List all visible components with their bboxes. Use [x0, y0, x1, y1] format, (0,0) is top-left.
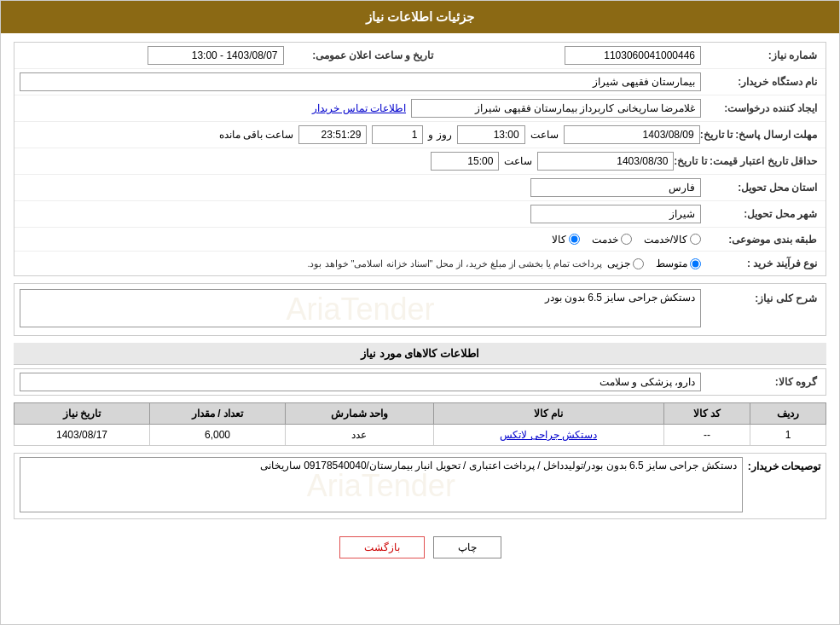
- remaining-label: ساعت باقی مانده: [219, 129, 294, 141]
- city-value-cell: [20, 205, 701, 223]
- creator-label: ایجاد کننده درخواست:: [701, 102, 820, 114]
- row-process: نوع فرآیند خرید : متوسط جزیی پرداخت تمام…: [14, 252, 826, 275]
- province-label: استان محل تحویل:: [701, 182, 820, 194]
- page-wrapper: جزئیات اطلاعات نیاز شماره نیاز: تاریخ و …: [0, 0, 840, 625]
- process-radio-group: متوسط جزیی: [607, 258, 701, 269]
- table-header: ردیف کد کالا نام کالا واحد شمارش تعداد /…: [14, 403, 826, 425]
- buyer-notes-label: توصیحات خریدار:: [748, 457, 820, 472]
- buyer-name-label: نام دستگاه خریدار:: [701, 76, 820, 88]
- goods-table: ردیف کد کالا نام کالا واحد شمارش تعداد /…: [14, 402, 826, 446]
- category-kala-option[interactable]: کالا: [552, 234, 580, 246]
- reply-time-input[interactable]: [457, 125, 525, 144]
- price-date-input[interactable]: [537, 152, 674, 171]
- process-motavaset-radio[interactable]: [690, 258, 701, 269]
- need-number-input[interactable]: [565, 46, 701, 65]
- reply-remaining-input[interactable]: [298, 125, 367, 144]
- days-label: روز و: [428, 129, 451, 141]
- print-button[interactable]: چاپ: [433, 536, 501, 558]
- table-row: 1 -- دستکش جراحی لاتکس عدد 6,000 1403/08…: [14, 425, 826, 446]
- reply-deadline-label: مهلت ارسال پاسخ: تا تاریخ:: [700, 129, 820, 141]
- overview-label: شرح کلی نیاز:: [701, 289, 820, 304]
- time-label-reply: ساعت: [530, 129, 559, 141]
- row-category: طبقه بندی موضوعی: کالا/خدمت خدمت کالا: [14, 228, 826, 252]
- buyer-notes-section: توصیحات خریدار: AriaTender دستکش جراحی س…: [14, 453, 826, 519]
- table-body: 1 -- دستکش جراحی لاتکس عدد 6,000 1403/08…: [14, 425, 826, 446]
- goods-group-row: گروه کالا:: [14, 369, 826, 395]
- page-header: جزئیات اطلاعات نیاز: [1, 1, 839, 33]
- buyer-notes-row: توصیحات خریدار: AriaTender دستکش جراحی س…: [14, 454, 826, 518]
- cell-need-date: 1403/08/17: [14, 425, 150, 446]
- reply-deadline-value-cell: ساعت روز و ساعت باقی مانده: [20, 125, 700, 144]
- goods-section-title: اطلاعات کالاهای مورد نیاز: [14, 343, 826, 365]
- goods-group-value-cell: [20, 373, 701, 391]
- need-number-label: شماره نیاز:: [701, 49, 820, 61]
- announce-date-input[interactable]: [148, 46, 284, 65]
- reply-date-input[interactable]: [564, 125, 700, 144]
- announce-date-value-cell: [20, 46, 284, 65]
- process-jazee-option[interactable]: جزیی: [607, 258, 644, 269]
- goods-table-section: ردیف کد کالا نام کالا واحد شمارش تعداد /…: [14, 402, 826, 446]
- row-province: استان محل تحویل:: [14, 175, 826, 201]
- price-time-input[interactable]: [431, 152, 499, 171]
- overview-value-wrapper: AriaTender دستکش جراحی سایز 6.5 بدون بود…: [20, 289, 701, 330]
- row-city: شهر محل تحویل:: [14, 201, 826, 228]
- col-quantity: تعداد / مقدار: [150, 403, 286, 425]
- creator-value-cell: اطلاعات تماس خریدار: [20, 99, 701, 118]
- goods-group-input[interactable]: [20, 373, 701, 391]
- process-motavaset-label: متوسط: [656, 258, 687, 269]
- buyer-notes-textarea[interactable]: دستکش جراحی سایز 6.5 بدون بودر/تولیدداخل…: [20, 457, 743, 512]
- process-note: پرداخت تمام یا بخشی از مبلغ خرید، از محل…: [307, 258, 602, 269]
- need-number-value-cell: [437, 46, 702, 65]
- col-row-num: ردیف: [750, 403, 826, 425]
- main-content: شماره نیاز: تاریخ و ساعت اعلان عمومی: نا…: [1, 33, 839, 576]
- category-kala-khadamat-option[interactable]: کالا/خدمت: [644, 234, 701, 246]
- cell-row-num: 1: [750, 425, 826, 446]
- info-section: شماره نیاز: تاریخ و ساعت اعلان عمومی: نا…: [14, 42, 826, 276]
- category-khadamat-label: خدمت: [592, 234, 618, 246]
- city-label: شهر محل تحویل:: [701, 208, 820, 220]
- cell-quantity: 6,000: [150, 425, 286, 446]
- category-label: طبقه بندی موضوعی:: [701, 234, 820, 246]
- province-value-cell: [20, 178, 701, 197]
- category-kala-radio[interactable]: [569, 234, 580, 245]
- province-input[interactable]: [530, 178, 701, 197]
- reply-days-input[interactable]: [372, 125, 423, 144]
- process-value-cell: متوسط جزیی پرداخت تمام یا بخشی از مبلغ خ…: [20, 258, 701, 269]
- cell-unit: عدد: [285, 425, 433, 446]
- category-khadamat-radio[interactable]: [621, 234, 632, 245]
- process-motavaset-option[interactable]: متوسط: [656, 258, 701, 269]
- back-button[interactable]: بازگشت: [339, 536, 425, 558]
- category-kala-khadamat-label: کالا/خدمت: [644, 234, 687, 246]
- buyer-name-value-cell: [20, 72, 701, 91]
- cell-product-name[interactable]: دستکش جراحی لاتکس: [433, 425, 663, 446]
- city-input[interactable]: [530, 205, 701, 223]
- category-kala-khadamat-radio[interactable]: [690, 234, 701, 245]
- contact-link[interactable]: اطلاعات تماس خریدار: [312, 102, 406, 114]
- col-need-date: تاریخ نیاز: [14, 403, 150, 425]
- overview-row: شرح کلی نیاز: AriaTender دستکش جراحی سای…: [14, 284, 826, 335]
- goods-group-section: گروه کالا:: [14, 368, 826, 396]
- category-khadamat-option[interactable]: خدمت: [592, 234, 632, 246]
- process-jazee-radio[interactable]: [633, 258, 644, 269]
- col-unit: واحد شمارش: [285, 403, 433, 425]
- row-buyer-name: نام دستگاه خریدار:: [14, 69, 826, 95]
- col-product-code: کد کالا: [663, 403, 750, 425]
- col-product-name: نام کالا: [433, 403, 663, 425]
- row-creator: ایجاد کننده درخواست: اطلاعات تماس خریدار: [14, 95, 826, 122]
- goods-group-label: گروه کالا:: [701, 376, 820, 388]
- announce-date-label: تاریخ و ساعت اعلان عمومی:: [284, 49, 437, 61]
- time-label-price: ساعت: [504, 155, 532, 167]
- category-kala-label: کالا: [552, 234, 566, 246]
- footer-buttons: چاپ بازگشت: [14, 526, 826, 567]
- overview-section: شرح کلی نیاز: AriaTender دستکش جراحی سای…: [14, 283, 826, 336]
- price-deadline-label: حداقل تاریخ اعتبار قیمت: تا تاریخ:: [674, 155, 820, 167]
- buyer-name-input[interactable]: [20, 72, 701, 91]
- overview-textarea[interactable]: دستکش جراحی سایز 6.5 بدون بودر: [20, 289, 701, 327]
- row-need-number: شماره نیاز: تاریخ و ساعت اعلان عمومی:: [14, 43, 826, 69]
- notes-wrapper: AriaTender دستکش جراحی سایز 6.5 بدون بود…: [20, 457, 743, 515]
- page-title: جزئیات اطلاعات نیاز: [366, 9, 474, 24]
- row-reply-deadline: مهلت ارسال پاسخ: تا تاریخ: ساعت روز و سا…: [14, 122, 826, 148]
- category-radio-group: کالا/خدمت خدمت کالا: [20, 234, 701, 246]
- creator-input[interactable]: [411, 99, 701, 118]
- cell-product-code: --: [663, 425, 750, 446]
